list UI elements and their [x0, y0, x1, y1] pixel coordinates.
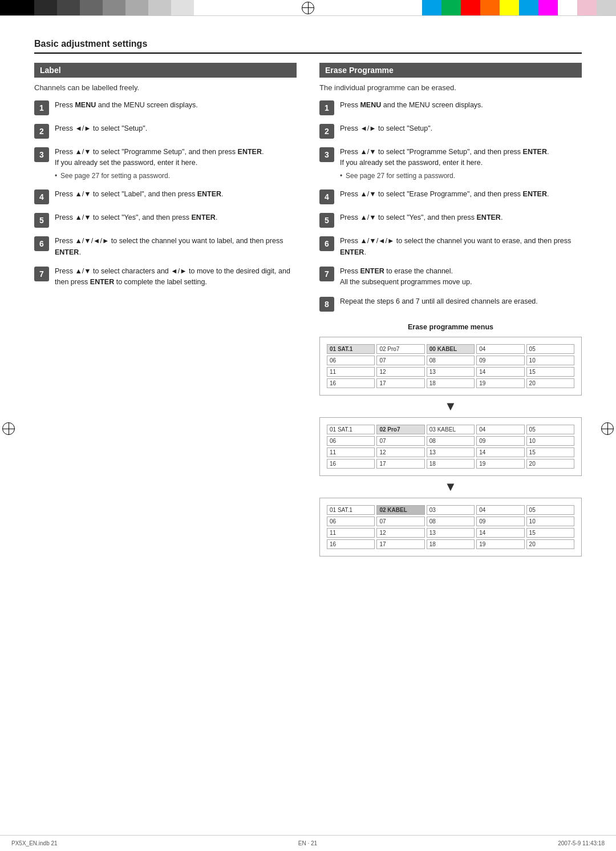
cell-3-0-4: 05	[526, 505, 574, 515]
cell-2-3-3: 19	[476, 459, 524, 469]
erase-step-number-5: 5	[319, 213, 334, 228]
step-bullet-3: See page 27 for setting a password.	[55, 171, 264, 182]
erase-step-number-1: 1	[319, 100, 334, 115]
label-step-5: 5 Press ▲/▼ to select "Yes", and then pr…	[34, 212, 297, 228]
top-bar-left	[0, 0, 194, 15]
erase-step-5: 5 Press ▲/▼ to select "Yes", and then pr…	[319, 212, 582, 228]
cell-2-1-3: 09	[476, 436, 524, 446]
green-swatch	[441, 0, 461, 15]
step-number-1: 1	[34, 100, 49, 115]
cell-2-0-0: 01 SAT.1	[327, 425, 375, 434]
label-intro: Channels can be labelled freely.	[34, 83, 297, 92]
step-text-7: Press ▲/▼ to select characters and ◄/► t…	[55, 266, 297, 288]
label-step-4: 4 Press ▲/▼ to select "Label", and then …	[34, 189, 297, 204]
step-text-4: Press ▲/▼ to select "Label", and then pr…	[55, 189, 224, 200]
erase-step-text-1: Press MENU and the MENU screen displays.	[340, 100, 483, 111]
cell-2-1-0: 06	[327, 436, 375, 446]
erase-step-7: 7 Press ENTER to erase the channel. All …	[319, 266, 582, 288]
bottom-bar: PX5X_EN.indb 21 EN · 21 2007-5-9 11:43:1…	[0, 835, 616, 851]
step-number-2: 2	[34, 124, 49, 139]
cell-2-1-2: 08	[427, 436, 475, 446]
prog-menu-3: 01 SAT.1 02 KABEL 03 04 05 06 07 08 09 1…	[319, 498, 582, 556]
erase-step-text-3: Press ▲/▼ to select "Programme Setup", a…	[340, 147, 549, 181]
cell-2-1-1: 07	[376, 436, 424, 446]
label-step-6: 6 Press ▲/▼/◄/► to select the channel yo…	[34, 236, 297, 258]
yellow-swatch	[500, 0, 519, 15]
step-text-3: Press ▲/▼ to select "Programme Setup", a…	[55, 147, 264, 181]
erase-step-3: 3 Press ▲/▼ to select "Programme Setup",…	[319, 147, 582, 181]
label-section-header: Label	[34, 63, 297, 78]
prog-menu-2: 01 SAT.1 02 Pro7 03 KABEL 04 05 06 07 08…	[319, 417, 582, 476]
page-title: Basic adjustment settings	[34, 39, 582, 54]
cell-2-3-1: 17	[376, 459, 424, 469]
erase-step-number-2: 2	[319, 124, 334, 139]
red-swatch	[461, 0, 480, 15]
label-step-1: 1 Press MENU and the MENU screen display…	[34, 100, 297, 115]
cell-3-1-4: 10	[526, 517, 574, 526]
step-number-7: 7	[34, 267, 49, 281]
erase-step-6: 6 Press ▲/▼/◄/► to select the channel yo…	[319, 236, 582, 258]
cell-1-3-0: 16	[327, 378, 375, 388]
cell-1-0-3: 04	[476, 344, 524, 354]
cell-2-2-0: 11	[327, 447, 375, 457]
cell-3-1-3: 09	[476, 517, 524, 526]
magenta-swatch	[538, 0, 558, 15]
cell-1-1-3: 09	[476, 356, 524, 365]
cell-3-0-3: 04	[476, 505, 524, 515]
cell-2-3-4: 20	[526, 459, 574, 469]
two-column-layout: Label Channels can be labelled freely. 1…	[34, 63, 582, 560]
cell-3-1-0: 06	[327, 517, 375, 526]
black-block	[0, 0, 34, 15]
registration-mark-top	[302, 2, 314, 14]
erase-step-number-6: 6	[319, 236, 334, 251]
cell-3-0-2: 03	[427, 505, 475, 515]
prog-grid-3: 01 SAT.1 02 KABEL 03 04 05 06 07 08 09 1…	[327, 505, 574, 549]
cell-1-0-1: 02 Pro7	[376, 344, 424, 354]
gray-block-7	[171, 0, 194, 15]
date-info: 2007-5-9 11:43:18	[558, 840, 605, 846]
cell-2-1-4: 10	[526, 436, 574, 446]
step-number-5: 5	[34, 213, 49, 228]
file-info: PX5X_EN.indb 21	[11, 840, 58, 846]
cell-3-2-0: 11	[327, 528, 375, 538]
page-number: 21	[311, 840, 317, 846]
cell-3-1-2: 08	[427, 517, 475, 526]
cell-3-2-2: 13	[427, 528, 475, 538]
cell-3-2-1: 12	[376, 528, 424, 538]
cell-1-2-2: 13	[427, 367, 475, 377]
cell-3-3-0: 16	[327, 539, 375, 549]
main-content: Basic adjustment settings Label Channels…	[0, 16, 616, 594]
label-step-2: 2 Press ◄/► to select "Setup".	[34, 123, 297, 139]
cell-1-3-1: 17	[376, 378, 424, 388]
cell-2-0-2: 03 KABEL	[427, 425, 475, 434]
label-step-3: 3 Press ▲/▼ to select "Programme Setup",…	[34, 147, 297, 181]
step-number-3: 3	[34, 147, 49, 162]
erase-step-2: 2 Press ◄/► to select "Setup".	[319, 123, 582, 139]
cell-1-2-0: 11	[327, 367, 375, 377]
erase-intro: The individual programme can be erased.	[319, 83, 582, 92]
cell-3-0-1: 02 KABEL	[376, 505, 424, 515]
cell-1-1-2: 08	[427, 356, 475, 365]
gray-block-3	[80, 0, 103, 15]
cell-2-2-4: 15	[526, 447, 574, 457]
step-text-2: Press ◄/► to select "Setup".	[55, 123, 147, 134]
cell-3-3-3: 19	[476, 539, 524, 549]
cell-3-3-2: 18	[427, 539, 475, 549]
cell-2-2-3: 14	[476, 447, 524, 457]
arrow-down-2: ▼	[319, 479, 582, 494]
pink-swatch	[577, 0, 597, 15]
cell-3-2-4: 15	[526, 528, 574, 538]
cell-3-3-4: 20	[526, 539, 574, 549]
cell-2-2-2: 13	[427, 447, 475, 457]
erase-step-8: 8 Repeat the steps 6 and 7 until all des…	[319, 296, 582, 312]
cell-2-0-1: 02 Pro7	[376, 425, 424, 434]
cell-3-1-1: 07	[376, 517, 424, 526]
gray-blocks	[34, 0, 194, 15]
step-text-6: Press ▲/▼/◄/► to select the channel you …	[55, 236, 297, 258]
erase-step-number-3: 3	[319, 147, 334, 162]
arrow-down-1: ▼	[319, 399, 582, 414]
erase-section-header: Erase Programme	[319, 63, 582, 78]
label-step-7: 7 Press ▲/▼ to select characters and ◄/►…	[34, 266, 297, 288]
gray-block-6	[148, 0, 171, 15]
cell-3-3-1: 17	[376, 539, 424, 549]
